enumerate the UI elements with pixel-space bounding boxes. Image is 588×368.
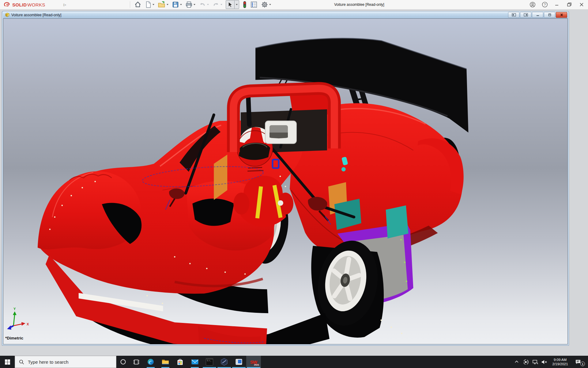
close-icon: [579, 2, 585, 8]
close-button[interactable]: [578, 1, 586, 9]
taskbar-app-hexagon[interactable]: [217, 356, 232, 368]
display-states-button[interactable]: [243, 1, 247, 9]
taskbar-app-remote-window[interactable]: [232, 356, 246, 368]
account-button[interactable]: [529, 1, 537, 9]
taskbar-app-solidworks[interactable]: SW 2021: [246, 356, 261, 368]
app-window-title: Voiture assomblee [Read-only]: [334, 0, 384, 9]
doc-close-icon: [560, 13, 564, 17]
redo-button[interactable]: [212, 1, 222, 9]
app-window-controls: ?: [529, 0, 586, 9]
search-input[interactable]: [27, 359, 105, 365]
intake-box: [265, 121, 296, 144]
select-button[interactable]: [226, 0, 239, 9]
action-center-icon: [575, 359, 581, 365]
task-view-button[interactable]: [130, 356, 143, 368]
tile-left-icon: [512, 13, 516, 17]
solidworks-logo[interactable]: S SOLIDWORKS ▷: [3, 0, 66, 9]
doc-tile-left-button[interactable]: [508, 12, 519, 18]
document-title-group: Voiture assomblee [Read-only]: [3, 13, 61, 17]
taskbar-app-file-explorer[interactable]: [158, 356, 173, 368]
orientation-triad: Y X: [7, 307, 29, 330]
doc-restore-button[interactable]: [544, 12, 555, 18]
system-tray: 9:09 AM 2/19/2021 1: [513, 356, 588, 368]
document-title: Voiture assomblee [Read-only]: [11, 13, 61, 17]
taskbar-app-store[interactable]: [173, 356, 187, 368]
options-dropdown-caret[interactable]: [269, 4, 271, 5]
svg-text:?: ?: [544, 3, 546, 6]
taskbar-app-edge[interactable]: [143, 356, 158, 368]
doc-tile-right-button[interactable]: [520, 12, 531, 18]
mail-icon: [191, 359, 199, 365]
network-button[interactable]: [531, 356, 539, 368]
cortana-button[interactable]: [116, 356, 130, 368]
undo-icon: [199, 1, 206, 8]
screen: S SOLIDWORKS ▷: [0, 0, 588, 368]
task-view-icon: [134, 359, 140, 365]
undo-dropdown-caret[interactable]: [207, 4, 209, 5]
taskbar-app-mail[interactable]: [187, 356, 202, 368]
save-button[interactable]: [172, 1, 182, 9]
options-button[interactable]: [261, 1, 271, 9]
minimize-button[interactable]: [553, 1, 561, 9]
side-window[interactable]: [386, 205, 409, 239]
cmd-icon-text: C:\_: [207, 359, 211, 362]
volume-muted-icon: [541, 359, 547, 365]
ds-logo-icon: S: [3, 2, 12, 8]
undo-button[interactable]: [199, 1, 209, 9]
help-button[interactable]: ?: [541, 1, 549, 9]
select-cursor-icon: [226, 1, 234, 8]
open-dropdown-caret[interactable]: [167, 4, 168, 5]
open-button[interactable]: [158, 1, 168, 9]
3d-viewport[interactable]: Y X *Dimetric: [3, 19, 567, 344]
select-dropdown[interactable]: [234, 1, 239, 9]
minimize-icon: [554, 2, 560, 8]
brand-light: WORKS: [27, 2, 45, 7]
redo-dropdown-caret[interactable]: [221, 4, 222, 5]
restore-icon: [566, 2, 572, 8]
brand-bold: SOLID: [12, 2, 27, 7]
home-button[interactable]: [134, 1, 141, 9]
triad-y-label: Y: [13, 307, 16, 311]
tray-date: 2/19/2021: [549, 362, 571, 366]
taskbar-app-command-prompt[interactable]: C:\_: [202, 356, 217, 368]
save-dropdown-caret[interactable]: [180, 4, 182, 5]
document-window-controls: [508, 12, 568, 18]
remote-window-icon: [235, 358, 243, 365]
help-icon: ?: [542, 2, 548, 8]
print-button[interactable]: [185, 1, 195, 9]
start-button[interactable]: [0, 356, 15, 368]
hidden-icons-button[interactable]: [513, 356, 521, 368]
taskbar: C:\_ SW 2021: [0, 356, 588, 368]
document-titlebar[interactable]: Voiture assomblee [Read-only]: [3, 11, 568, 18]
chevron-up-icon: [514, 359, 519, 364]
tray-clock[interactable]: 9:09 AM 2/19/2021: [549, 358, 571, 366]
graphics-area: Y X *Dimetric: [3, 18, 568, 344]
print-dropdown-caret[interactable]: [194, 4, 195, 5]
doc-minimize-button[interactable]: [532, 12, 543, 18]
doc-restore-icon: [548, 13, 552, 17]
notification-badge: 1: [580, 362, 585, 366]
sw-icon-year: 2021: [254, 363, 259, 366]
brand-flyout-arrow[interactable]: ▷: [64, 3, 66, 7]
taskbar-search[interactable]: [15, 356, 116, 368]
open-icon: [158, 1, 166, 8]
restore-button[interactable]: [565, 1, 573, 9]
solidworks-2021-icon: SW 2021: [249, 357, 258, 366]
new-dropdown-caret[interactable]: [153, 4, 154, 5]
volume-button[interactable]: [540, 356, 548, 368]
cortana-icon: [120, 359, 126, 365]
store-icon: [177, 358, 183, 366]
doc-close-button[interactable]: [556, 12, 567, 18]
meet-now-camera-icon: [523, 359, 529, 365]
quick-access-toolbar: [134, 0, 271, 9]
task-pane-button[interactable]: [250, 1, 258, 9]
tray-time: 9:09 AM: [549, 358, 571, 362]
left-front-fender[interactable]: [38, 171, 141, 250]
action-center-button[interactable]: 1: [572, 356, 584, 368]
svg-text:S: S: [6, 3, 9, 7]
assembly-icon: [5, 13, 10, 17]
gear-icon: [261, 1, 268, 8]
home-icon: [134, 1, 141, 8]
new-document-button[interactable]: [145, 1, 154, 9]
meet-now-button[interactable]: [522, 356, 530, 368]
